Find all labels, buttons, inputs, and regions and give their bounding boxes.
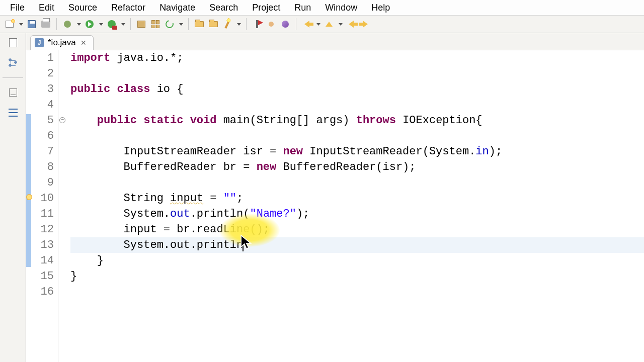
runbox-button[interactable] xyxy=(105,18,118,31)
minimize-view-icon[interactable] xyxy=(8,87,19,98)
flag-button[interactable] xyxy=(251,18,264,31)
menu-source[interactable]: Source xyxy=(61,3,104,13)
marker-bar xyxy=(26,50,36,362)
outline-view-icon[interactable] xyxy=(8,107,19,118)
folder-button[interactable] xyxy=(207,18,220,31)
editor-tab[interactable]: J *io.java ✕ xyxy=(30,35,94,50)
change-marker xyxy=(26,114,31,267)
arrR-button[interactable] xyxy=(359,18,372,31)
menu-run[interactable]: Run xyxy=(287,3,318,13)
pkg-button[interactable] xyxy=(135,18,148,31)
line-number: 10 xyxy=(36,191,54,206)
code-line[interactable]: } xyxy=(70,253,644,268)
line-number: 11 xyxy=(36,206,54,222)
code-line[interactable] xyxy=(70,97,644,113)
grid-icon xyxy=(151,20,159,28)
runbox-dropdown[interactable] xyxy=(119,18,126,31)
code-line[interactable]: import java.io.*; xyxy=(70,50,644,66)
bug-button[interactable] xyxy=(61,18,74,31)
code-line[interactable] xyxy=(70,284,644,300)
view-shortcut-strip xyxy=(0,33,26,362)
code-content[interactable]: import java.io.*;public class io { publi… xyxy=(67,50,644,362)
package-explorer-icon[interactable] xyxy=(8,37,19,48)
close-tab-icon[interactable]: ✕ xyxy=(80,39,87,46)
toolbar-separator xyxy=(188,18,189,30)
fold-toggle-icon[interactable]: − xyxy=(59,117,65,123)
new-dropdown[interactable] xyxy=(17,18,24,31)
runcircle-button[interactable] xyxy=(83,18,96,31)
print-button[interactable] xyxy=(39,18,52,31)
code-line[interactable]: System.out.println("Name?"); xyxy=(70,206,644,222)
refresh-button[interactable] xyxy=(163,18,176,31)
code-line[interactable]: String input = ""; xyxy=(70,191,644,206)
ball-button[interactable] xyxy=(279,18,292,31)
chevron-down-icon xyxy=(237,23,241,26)
folder-icon xyxy=(195,21,204,27)
line-number: 9 xyxy=(36,175,54,191)
menu-file[interactable]: File xyxy=(3,3,32,13)
menu-navigate[interactable]: Navigate xyxy=(152,3,202,13)
arrL-dropdown[interactable] xyxy=(314,18,321,31)
arrR-icon xyxy=(363,21,368,28)
wand-dropdown[interactable] xyxy=(235,18,242,31)
person-button[interactable] xyxy=(265,18,278,31)
line-number-gutter: 12345678910111213141516 xyxy=(36,50,58,362)
menu-search[interactable]: Search xyxy=(202,3,245,13)
code-line[interactable]: BufferedReader br = new BufferedReader(i… xyxy=(70,159,644,175)
menu-edit[interactable]: Edit xyxy=(32,3,61,13)
arrUp-icon xyxy=(326,22,333,27)
chevron-down-icon xyxy=(19,23,23,26)
line-number: 3 xyxy=(36,81,54,97)
line-number: 12 xyxy=(36,222,54,237)
runcircle-icon xyxy=(86,20,94,28)
folder-icon xyxy=(209,21,218,27)
new-icon xyxy=(6,21,14,28)
code-line[interactable] xyxy=(70,175,644,191)
bug-dropdown[interactable] xyxy=(75,18,82,31)
code-editor[interactable]: 12345678910111213141516 − import java.io… xyxy=(26,50,644,362)
code-line[interactable]: input = br.readLine(); xyxy=(70,222,644,237)
refresh-icon xyxy=(164,19,175,30)
arrL-button[interactable] xyxy=(300,18,313,31)
chevron-down-icon xyxy=(99,23,103,26)
editor-tab-row: J *io.java ✕ xyxy=(26,33,644,50)
menu-window[interactable]: Window xyxy=(318,3,364,13)
menu-project[interactable]: Project xyxy=(245,3,287,13)
menu-refactor[interactable]: Refactor xyxy=(104,3,152,13)
runcircle-dropdown[interactable] xyxy=(97,18,104,31)
menu-help[interactable]: Help xyxy=(364,3,397,13)
toolbar-separator xyxy=(56,18,57,30)
line-number: 6 xyxy=(36,128,54,144)
code-line[interactable]: System.out.println xyxy=(70,237,644,253)
chevron-down-icon xyxy=(179,23,183,26)
new-button[interactable] xyxy=(3,18,16,31)
toolbar-separator xyxy=(296,18,296,30)
arrL-button[interactable] xyxy=(345,18,358,31)
wand-button[interactable] xyxy=(221,18,234,31)
type-hierarchy-icon[interactable] xyxy=(8,57,19,68)
print-icon xyxy=(41,21,50,28)
arrUp-dropdown[interactable] xyxy=(337,18,344,31)
workbench: J *io.java ✕ 12345678910111213141516 − i… xyxy=(0,33,644,362)
person-icon xyxy=(269,22,274,27)
code-line[interactable] xyxy=(70,66,644,81)
refresh-dropdown[interactable] xyxy=(177,18,184,31)
save-button[interactable] xyxy=(25,18,38,31)
code-line[interactable]: public static void main(String[] args) t… xyxy=(70,113,644,128)
code-line[interactable]: } xyxy=(70,268,644,284)
runbox-icon xyxy=(108,20,116,28)
chevron-down-icon xyxy=(121,23,125,26)
pkg-icon xyxy=(137,21,145,28)
save-icon xyxy=(28,20,36,28)
text-caret xyxy=(243,239,244,251)
code-line[interactable]: InputStreamReader isr = new InputStreamR… xyxy=(70,144,644,159)
arrUp-button[interactable] xyxy=(323,18,336,31)
java-file-icon: J xyxy=(35,38,44,47)
code-line[interactable] xyxy=(70,128,644,144)
code-line[interactable]: public class io { xyxy=(70,81,644,97)
folder-button[interactable] xyxy=(193,18,206,31)
grid-button[interactable] xyxy=(149,18,162,31)
warning-marker-icon[interactable] xyxy=(25,194,34,203)
arrL-icon xyxy=(304,21,309,28)
chevron-down-icon xyxy=(77,23,81,26)
